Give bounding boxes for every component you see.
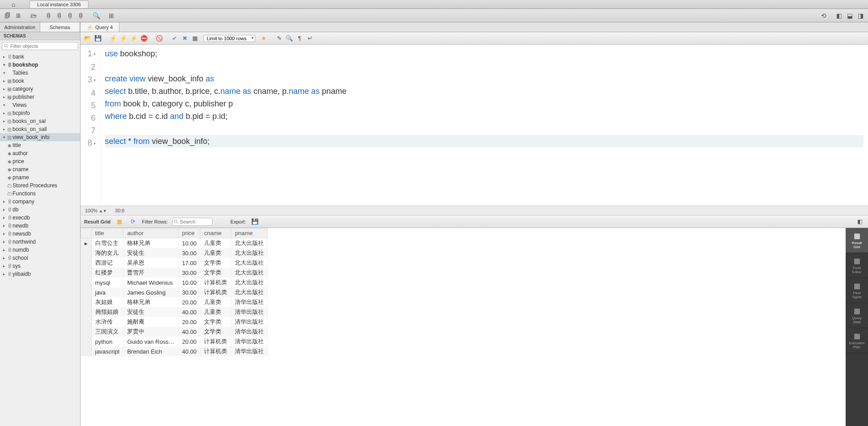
column-header[interactable]: title <box>91 228 123 238</box>
tree-node[interactable]: ◆pname <box>0 173 80 181</box>
result-view-strip: ▦ResultGrid▦FormEditor▦FieldTypes▦QueryS… <box>846 228 868 426</box>
find-icon[interactable]: 🔍 <box>285 34 294 43</box>
dashboard-icon[interactable]: ⊞ <box>106 11 116 21</box>
grid-view-icon[interactable]: ▦ <box>115 217 124 226</box>
commit-icon[interactable]: ✔ <box>170 34 179 43</box>
db-tool-icon[interactable]: 🛢 <box>55 11 64 21</box>
tab-administration[interactable]: Administration <box>0 22 40 32</box>
tree-node[interactable]: ◆title <box>0 141 80 149</box>
tree-node[interactable]: ▸▥books_on_sall <box>0 125 80 133</box>
panel-bottom-icon[interactable]: ⬓ <box>845 11 855 21</box>
new-sql-icon[interactable]: 🗐 <box>3 11 13 21</box>
tree-node[interactable]: ▸🛢northwind <box>0 238 80 246</box>
tree-node[interactable]: 🗀Stored Procedures <box>0 181 80 190</box>
tree-node[interactable]: ▸🛢yiibaidb <box>0 270 80 278</box>
tree-node[interactable]: ▸▦category <box>0 85 80 93</box>
stop-icon[interactable]: ⛔ <box>140 34 148 43</box>
view-mode-field-types[interactable]: ▦FieldTypes <box>846 278 868 303</box>
cancel-icon[interactable]: 🚫 <box>155 34 164 43</box>
db-migrate-icon[interactable]: 🛢 <box>76 11 86 21</box>
refresh-result-icon[interactable]: ⟳ <box>128 217 137 226</box>
tree-node[interactable]: ▾🛢bookshop <box>0 61 80 69</box>
table-row[interactable]: mysqlMichael Widenius10.00计算机类北大出版社 <box>81 278 268 287</box>
tree-node[interactable]: 🗀Functions <box>0 190 80 198</box>
column-header[interactable]: pname <box>231 228 268 238</box>
view-mode-result-grid[interactable]: ▦ResultGrid <box>846 228 868 253</box>
tree-node[interactable]: ▾Views <box>0 101 80 109</box>
tree-node[interactable]: ▸🛢numdb <box>0 246 80 254</box>
wrap-icon[interactable]: ↵ <box>305 34 314 43</box>
tree-node[interactable]: ▸🛢company <box>0 198 80 206</box>
view-mode-form-editor[interactable]: ▦FormEditor <box>846 253 868 278</box>
result-grid[interactable]: titleauthorpricecnamepname▸白雪公主格林兄弟10.00… <box>80 228 846 426</box>
execute-cursor-icon[interactable]: ⚡ <box>119 34 128 43</box>
tree-node[interactable]: ▸▥bcpinfo <box>0 109 80 117</box>
tree-node[interactable]: ▸▦book <box>0 77 80 85</box>
tree-node[interactable]: ▾▥view_book_info <box>0 133 80 141</box>
view-mode-execution-plan[interactable]: ▦ExecutionPlan <box>846 328 868 353</box>
autocommit-icon[interactable]: ▦ <box>191 34 199 43</box>
open-file-icon[interactable]: 📂 <box>83 34 92 43</box>
connection-tab[interactable]: Local instance 3306 <box>30 0 89 8</box>
query-tab[interactable]: ⚡ Query 4 <box>80 22 119 32</box>
sidebar-header: SCHEMAS <box>0 32 80 40</box>
tab-schemas[interactable]: Schemas <box>40 22 80 32</box>
column-header[interactable]: author <box>123 228 178 238</box>
tree-node[interactable]: ◆cname <box>0 165 80 173</box>
view-mode-query-stats[interactable]: ▦QueryStats <box>846 303 868 328</box>
invisible-icon[interactable]: ¶ <box>295 34 304 43</box>
execute-all-icon[interactable]: ⚡ <box>109 34 118 43</box>
table-row[interactable]: 红楼梦曹雪芹30.00文学类北大出版社 <box>81 268 268 278</box>
tree-node[interactable]: ▸🛢sys <box>0 262 80 270</box>
refresh-icon[interactable]: ⟲ <box>819 11 829 21</box>
tree-node[interactable]: ◆price <box>0 157 80 165</box>
export-icon[interactable]: 💾 <box>250 217 259 226</box>
table-row[interactable]: 灰姑娘格林兄弟20.00儿童类清华出版社 <box>81 297 268 307</box>
beautify-icon[interactable]: ✎ <box>275 34 284 43</box>
schema-tree[interactable]: ▸🛢bank▾🛢bookshop▾Tables▸▦book▸▦category▸… <box>0 52 80 426</box>
tree-node[interactable]: ▸▥books_on_sal <box>0 117 80 125</box>
new-model-icon[interactable]: 🗎 <box>13 11 23 21</box>
tree-node[interactable]: ▸🛢newsdb <box>0 230 80 238</box>
query-toolbar: 📂 💾 ⚡ ⚡ ⚡ ⛔ 🚫 ✔ ✖ ▦ Limit to 1000 rows ★… <box>80 32 868 45</box>
tree-node[interactable]: ◆author <box>0 149 80 157</box>
tree-node[interactable]: ▾Tables <box>0 69 80 77</box>
zoom-level[interactable]: 100% ▲▼ <box>85 208 107 213</box>
tree-node[interactable]: ▸🛢newdb <box>0 222 80 230</box>
tree-node[interactable]: ▸🛢bank <box>0 53 80 61</box>
filter-rows-input[interactable] <box>172 218 212 226</box>
tree-node[interactable]: ▸▦publisher <box>0 93 80 101</box>
table-row[interactable]: 三国演义罗贯中40.00文学类清华出版社 <box>81 327 268 337</box>
table-row[interactable]: pythonGuido van Ross…20.00计算机类清华出版社 <box>81 337 268 346</box>
search-db-icon[interactable]: 🔍 <box>91 11 101 21</box>
table-row[interactable]: javascriptBrendan Eich40.00计算机类清华出版社 <box>81 346 268 356</box>
rollback-icon[interactable]: ✖ <box>180 34 189 43</box>
tree-node[interactable]: ▸🛢school <box>0 254 80 262</box>
db-add-icon[interactable]: 🛢 <box>44 11 54 21</box>
table-row[interactable]: 水浒传施耐庵20.00文学类清华出版社 <box>81 317 268 327</box>
home-icon[interactable]: ⌂ <box>0 1 27 8</box>
panel-left-icon[interactable]: ◧ <box>834 11 844 21</box>
tree-node[interactable]: ▸🛢db <box>0 206 80 214</box>
table-row[interactable]: 海的女儿安徒生30.00儿童类北大出版社 <box>81 248 268 258</box>
editor-statusbar: 100% ▲▼ 30:8 <box>80 206 868 215</box>
table-row[interactable]: 西游记吴承恩17.00文学类北大出版社 <box>81 258 268 268</box>
table-row[interactable]: ▸白雪公主格林兄弟10.00儿童类北大出版社 <box>81 238 268 249</box>
db-sync-icon[interactable]: 🛢 <box>65 11 75 21</box>
toggle-panel-icon[interactable]: ◧ <box>855 217 864 226</box>
explain-icon[interactable]: ⚡ <box>129 34 138 43</box>
filter-objects-input[interactable] <box>2 42 78 50</box>
save-icon[interactable]: 💾 <box>93 34 102 43</box>
column-header[interactable]: price <box>178 228 200 238</box>
sql-editor[interactable]: 12345678 use bookshop; create view view_… <box>80 45 868 206</box>
open-icon[interactable]: 🗁 <box>29 11 38 21</box>
limit-rows-select[interactable]: Limit to 1000 rows <box>203 35 255 42</box>
table-row[interactable]: 拇指姑娘安徒生40.00儿童类清华出版社 <box>81 307 268 317</box>
column-header[interactable]: cname <box>200 228 231 238</box>
favorite-icon[interactable]: ★ <box>259 34 268 43</box>
panel-right-icon[interactable]: ◨ <box>855 11 865 21</box>
table-row[interactable]: javaJames Gosling30.00计算机类北大出版社 <box>81 287 268 297</box>
tree-node[interactable]: ▸🛢execdb <box>0 214 80 222</box>
query-tab-label: Query 4 <box>95 22 113 32</box>
cursor-position: 30:8 <box>115 208 124 213</box>
